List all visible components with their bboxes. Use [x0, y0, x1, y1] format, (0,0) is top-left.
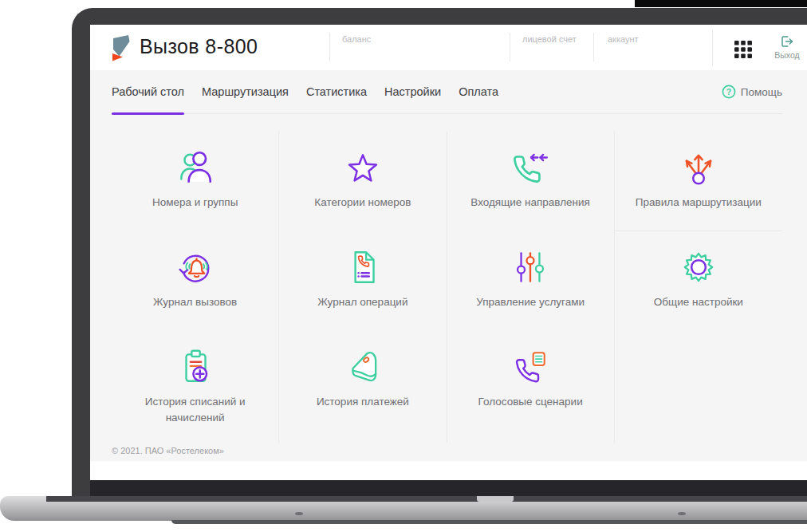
header-divider	[329, 33, 330, 61]
dashboard-page: Рабочий стол Маршрутизация Статистика На…	[90, 70, 807, 480]
tab-payment[interactable]: Оплата	[459, 70, 498, 113]
users-icon	[175, 148, 215, 187]
operations-journal-icon	[343, 247, 383, 287]
tile-call-journal[interactable]: Журнал вызовов	[112, 231, 278, 331]
svg-text:?: ?	[726, 87, 731, 97]
tile-general-settings[interactable]: Общие настройки	[615, 231, 782, 331]
laptop-latch	[477, 496, 514, 502]
header-divider	[510, 33, 510, 61]
tile-label: Правила маршрутизации	[636, 195, 762, 211]
tile-label: Номера и группы	[152, 195, 238, 211]
tab-statistics[interactable]: Статистика	[306, 70, 367, 113]
tile-label: Голосовые сценарии	[478, 394, 583, 410]
tile-operations-journal[interactable]: Журнал операций	[279, 231, 446, 331]
logout-icon	[780, 34, 794, 49]
app-title: Вызов 8-800	[140, 35, 258, 58]
help-button[interactable]: ? Помощь	[722, 85, 782, 99]
star-icon	[343, 148, 383, 187]
brand-logo-icon	[109, 33, 133, 63]
tab-desktop[interactable]: Рабочий стол	[112, 70, 184, 113]
laptop-foot	[678, 512, 686, 515]
sliders-icon	[510, 247, 550, 287]
header-divider	[712, 30, 713, 66]
question-circle-icon: ?	[722, 85, 736, 99]
tile-numbers-and-groups[interactable]: Номера и группы	[112, 132, 278, 231]
laptop-base	[0, 496, 807, 521]
gear-icon	[679, 247, 718, 287]
app-header: Вызов 8-800 баланс лицевой счет аккаунт	[90, 25, 807, 70]
route-branch-icon	[679, 148, 718, 187]
call-journal-icon	[175, 247, 215, 287]
app-window: Вызов 8-800 баланс лицевой счет аккаунт	[90, 25, 807, 480]
laptop-hinge	[46, 496, 807, 502]
help-label: Помощь	[741, 86, 782, 98]
footer-copyright: © 2021. ПАО «Ростелеком»	[112, 446, 807, 455]
laptop-foot	[295, 512, 303, 515]
tile-incoming-directions[interactable]: Входящие направления	[447, 132, 614, 231]
tile-payment-history[interactable]: История платежей	[279, 331, 446, 443]
tile-routing-rules[interactable]: Правила маршрутизации	[615, 132, 782, 231]
tab-settings[interactable]: Настройки	[384, 70, 441, 113]
tile-charges-history[interactable]: История списаний и начислений	[112, 331, 278, 443]
empty-cell	[615, 331, 782, 443]
balance-label: баланс	[342, 34, 371, 44]
account-number-label: лицевой счет	[522, 34, 577, 44]
tile-label: Журнал вызовов	[153, 294, 237, 310]
laptop-mockup: Вызов 8-800 баланс лицевой счет аккаунт	[0, 0, 807, 532]
tab-bar: Рабочий стол Маршрутизация Статистика На…	[112, 70, 782, 114]
header-divider	[593, 33, 594, 61]
tiles-grid: Номера и группы Категории номеров	[112, 132, 782, 443]
laptop-base-edge	[171, 520, 807, 524]
tile-label: Управление услугами	[476, 294, 585, 310]
voice-script-icon	[510, 347, 550, 387]
logout-button[interactable]: Выход	[770, 34, 805, 60]
tab-routing[interactable]: Маршрутизация	[202, 70, 289, 113]
tile-label: Журнал операций	[317, 294, 407, 310]
tile-voice-scenarios[interactable]: Голосовые сценарии	[447, 331, 614, 443]
laptop-lid-edge	[635, 0, 807, 7]
account-label: аккаунт	[608, 34, 639, 44]
tile-number-categories[interactable]: Категории номеров	[279, 132, 446, 231]
tile-label: Категории номеров	[314, 195, 411, 211]
tile-label: Общие настройки	[654, 294, 743, 310]
phone-incoming-icon	[510, 148, 550, 187]
tile-label: История списаний и начислений	[125, 394, 266, 425]
logout-label: Выход	[774, 50, 799, 60]
wallet-icon	[343, 347, 383, 387]
tile-service-management[interactable]: Управление услугами	[447, 231, 614, 331]
tile-label: Входящие направления	[470, 195, 590, 211]
clipboard-plus-icon	[175, 347, 215, 387]
tile-label: История платежей	[317, 394, 409, 410]
grid-apps-icon[interactable]	[734, 41, 752, 58]
